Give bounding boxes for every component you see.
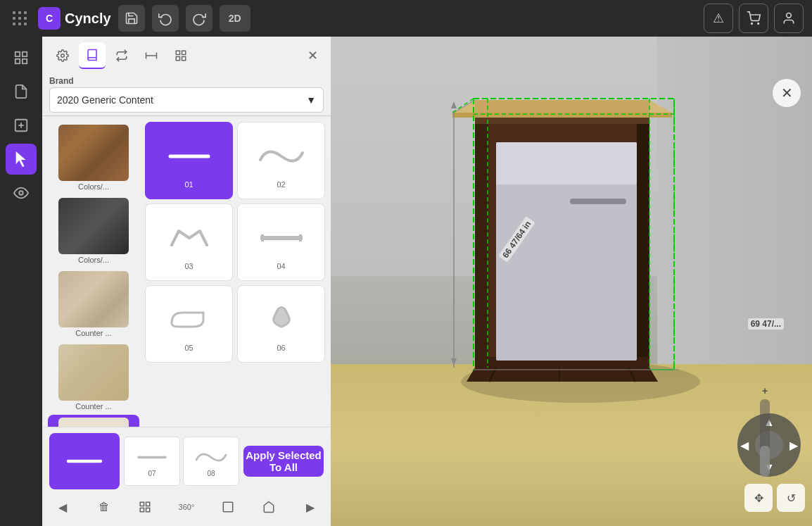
svg-rect-8 [24,23,27,25]
viewport: 66 47/64 in 69 47/... ✕ ▲ ▼ ◀ ▶ + ✥ ↺ [331,37,812,526]
svg-rect-42 [637,114,649,368]
handle-02-label: 02 [277,180,285,189]
nav-right-button[interactable]: ▶ [789,439,798,452]
redo-button[interactable] [186,5,212,32]
handle-05-image [161,299,217,341]
viewport-reset-button[interactable]: ↺ [777,484,805,512]
handle-item-04[interactable]: 04 [237,203,325,281]
tab-swap[interactable] [108,42,135,69]
swatch-column: Colors/... Colors/... Counter ... Counte… [48,122,139,421]
bottom-frame-button[interactable] [255,494,282,520]
svg-point-9 [751,23,753,25]
panel-grid-area: Colors/... Colors/... Counter ... Counte… [42,116,331,427]
sidebar-view-tool[interactable] [6,177,37,208]
bottom-delete-button[interactable]: 🗑 [91,494,118,520]
cabinet-svg [440,58,742,417]
bottom-grid-button[interactable] [132,494,158,520]
handle-03-image [161,217,217,259]
viewport-move-button[interactable]: ✥ [744,484,773,512]
tab-pages[interactable] [167,42,194,69]
stone-swatch-image [58,271,129,327]
handle-05-label: 05 [184,344,193,352]
handle-item-01[interactable]: 01 [145,122,233,199]
svg-rect-26 [176,57,179,61]
svg-rect-3 [13,17,15,20]
svg-rect-0 [13,11,15,14]
brand-dropdown[interactable]: 2020 Generic Content ▼ [49,87,324,113]
panel-close-button[interactable]: ✕ [301,44,324,67]
tab-settings[interactable] [49,42,76,69]
undo-button[interactable] [152,5,179,32]
svg-point-20 [61,54,65,58]
handle-item-05[interactable]: 05 [145,285,233,363]
handle-06-image [253,299,310,341]
save-button[interactable] [118,5,145,32]
measurement-horizontal: 69 47/... [748,318,784,330]
handle-item-02[interactable]: 02 [237,122,325,199]
svg-rect-2 [24,11,27,14]
swatch-colors-2[interactable]: Colors/... [48,195,139,267]
user-button[interactable] [774,4,804,33]
svg-point-10 [758,23,759,25]
svg-rect-37 [141,508,144,512]
panel-bottom: 07 08 Apply Selected To All ◀ 🗑 360° [42,427,331,526]
svg-rect-6 [13,23,15,25]
panel: ✕ Brand 2020 Generic Content ▼ Colors/..… [42,37,331,526]
panel-header: ✕ Brand 2020 Generic Content ▼ [42,37,331,116]
bottom-prev-button[interactable]: ◀ [49,494,76,520]
svg-rect-41 [475,114,488,368]
svg-rect-24 [176,51,179,54]
handle-item-06[interactable]: 06 [237,285,325,363]
dropdown-chevron-icon: ▼ [306,94,316,106]
swatch-label-colors-1: Colors/... [78,182,109,191]
bottom-handle-07[interactable]: 07 [124,437,180,486]
bottom-handle-07-label: 07 [148,470,156,477]
sidebar-select-tool[interactable] [6,144,37,175]
tab-measure[interactable] [138,42,165,69]
bottom-handle-08[interactable]: 08 [183,437,239,486]
sidebar-design-tool[interactable] [6,42,37,73]
svg-rect-13 [23,52,27,56]
swatch-counter-2[interactable]: Counter ... [48,342,139,413]
apply-selected-all-button[interactable]: Apply Selected To All [243,446,324,477]
2d-mode-button[interactable]: 2D [220,5,250,32]
cart-button[interactable] [739,4,768,33]
handle-item-03[interactable]: 03 [145,203,233,281]
handle-01-image [161,135,217,177]
swatch-label-counter-1: Counter ... [75,329,111,337]
svg-rect-25 [182,51,186,54]
handle-02-image [253,135,310,177]
swatch-label-counter-2: Counter ... [75,402,111,411]
bottom-catalog-button[interactable] [215,494,241,520]
active-item-preview[interactable] [49,433,120,489]
alert-button[interactable]: ⚠ [704,4,733,33]
svg-point-11 [787,13,792,18]
top-bar: C Cyncly 2D ⚠ [0,0,812,37]
svg-marker-66 [451,101,457,108]
nav-left-button[interactable]: ◀ [740,439,749,452]
svg-rect-14 [15,59,20,63]
handle-04-label: 04 [277,262,285,270]
top-bar-right: ⚠ [704,4,804,33]
svg-rect-50 [496,142,637,184]
sidebar-catalog-tool[interactable] [6,76,37,107]
panel-bottom-main-row: 07 08 Apply Selected To All [49,433,324,489]
sidebar-add-tool[interactable] [6,110,37,141]
swatch-door-handle[interactable]: Door Ha... [48,415,139,427]
handle-06-label: 06 [277,344,285,352]
svg-rect-38 [146,508,150,512]
tab-catalog[interactable] [79,42,106,69]
zoom-in-icon: + [762,385,768,396]
zoom-bar[interactable]: + [760,399,770,477]
dark-swatch-image [58,198,129,254]
bottom-next-button[interactable]: ▶ [297,494,324,520]
handle-03-label: 03 [184,262,193,270]
swatch-counter-1[interactable]: Counter ... [48,268,139,340]
svg-rect-39 [223,502,233,512]
svg-marker-67 [451,358,457,365]
viewport-close-button[interactable]: ✕ [773,79,801,107]
logo-icon: C [38,7,61,30]
door-swatch-image [58,418,129,427]
swatch-colors-1[interactable]: Colors/... [48,122,139,194]
bottom-360-button[interactable]: 360° [173,494,200,520]
